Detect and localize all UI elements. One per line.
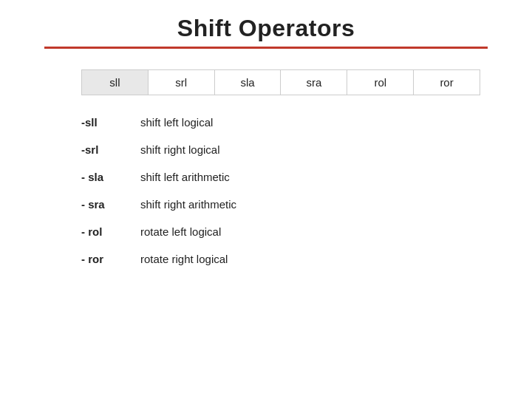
row-label-0: -sll bbox=[81, 116, 140, 129]
tab-sla[interactable]: sla bbox=[215, 70, 282, 95]
table-row: - srashift right arithmetic bbox=[81, 191, 451, 218]
row-label-3: - sra bbox=[81, 198, 140, 211]
tab-rol[interactable]: rol bbox=[347, 70, 414, 95]
row-desc-2: shift left arithmetic bbox=[140, 171, 230, 183]
row-desc-0: shift left logical bbox=[140, 116, 213, 129]
row-desc-3: shift right arithmetic bbox=[140, 198, 236, 211]
title-underline bbox=[44, 47, 488, 49]
table-row: -sllshift left logical bbox=[81, 109, 451, 136]
row-desc-4: rotate left logical bbox=[140, 225, 221, 238]
row-label-1: -srl bbox=[81, 143, 140, 156]
row-label-5: - ror bbox=[81, 253, 140, 265]
table-row: -srlshift right logical bbox=[81, 136, 451, 163]
title-section: Shift Operators bbox=[44, 15, 488, 49]
tab-bar: sllsrlslasrarolror bbox=[81, 69, 480, 95]
row-label-2: - sla bbox=[81, 171, 140, 183]
table-row: - rorrotate right logical bbox=[81, 245, 451, 273]
page: Shift Operators sllsrlslasrarolror -slls… bbox=[0, 0, 532, 399]
tab-sra[interactable]: sra bbox=[281, 70, 347, 95]
row-label-4: - rol bbox=[81, 225, 140, 238]
table-row: - slashift left arithmetic bbox=[81, 163, 451, 191]
page-title: Shift Operators bbox=[44, 15, 488, 42]
table-row: - rolrotate left logical bbox=[81, 218, 451, 245]
row-desc-1: shift right logical bbox=[140, 143, 220, 156]
tab-srl[interactable]: srl bbox=[149, 70, 215, 95]
tab-sll[interactable]: sll bbox=[82, 70, 149, 95]
content-table: -sllshift left logical-srlshift right lo… bbox=[81, 109, 451, 273]
row-desc-5: rotate right logical bbox=[140, 253, 228, 265]
tab-ror[interactable]: ror bbox=[414, 70, 480, 95]
